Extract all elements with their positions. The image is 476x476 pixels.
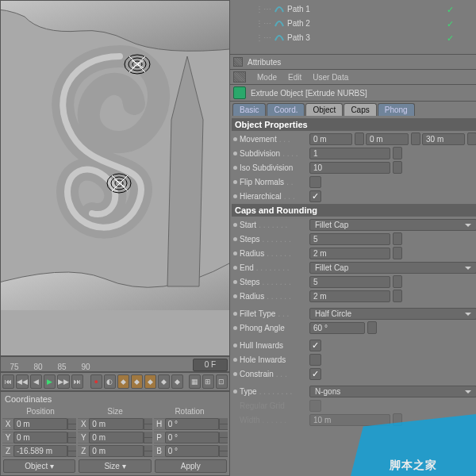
hierarchical-checkbox[interactable] <box>309 190 321 202</box>
attributes-title: Attributes <box>248 58 281 67</box>
tool3-btn[interactable]: ⊡ <box>216 374 228 389</box>
spinner[interactable] <box>355 132 364 145</box>
record-btn[interactable]: ● <box>90 374 102 389</box>
frame-75: 75 <box>2 363 26 371</box>
play-back-btn[interactable]: ◀ <box>30 374 42 389</box>
tab-object[interactable]: Object <box>305 103 343 116</box>
spinner[interactable] <box>393 247 402 259</box>
coordinates-panel: Coordinates Position Size Rotation X0 m … <box>0 391 230 476</box>
spinner[interactable] <box>393 290 402 302</box>
col-size: Size <box>78 407 152 416</box>
tool1-btn[interactable]: ▦ <box>189 374 201 389</box>
key-pla-btn[interactable]: ◆ <box>171 374 183 389</box>
movement-y-field[interactable]: 0 m <box>366 133 409 145</box>
visibility-check-icon[interactable]: ✓ <box>447 5 455 13</box>
key-param-btn[interactable]: ◆ <box>158 374 170 389</box>
timeline-ruler[interactable]: 75 80 85 90 0 F <box>0 356 230 372</box>
step-fwd-btn[interactable]: ▶▶ <box>57 374 70 389</box>
rot-h-field[interactable]: H0 ° <box>154 418 228 430</box>
fillet-type-dropdown[interactable]: Half Circle <box>309 308 476 320</box>
goto-end-btn[interactable]: ⏭ <box>71 374 83 389</box>
menu-mode[interactable]: Mode <box>257 73 277 82</box>
spinner[interactable] <box>393 232 402 245</box>
size-mode-dropdown[interactable]: Size ▾ <box>79 459 151 473</box>
tab-coord[interactable]: Coord. <box>267 103 305 116</box>
play-fwd-btn[interactable]: ▶ <box>44 374 56 389</box>
spinner[interactable] <box>467 132 476 145</box>
col-position: Position <box>3 407 78 416</box>
iso-subdivision-field[interactable]: 10 <box>309 162 390 174</box>
movement-x-field[interactable]: 0 m <box>309 133 352 145</box>
type-dropdown[interactable]: N-gons <box>309 386 476 397</box>
panel-grip-icon[interactable] <box>233 57 243 67</box>
start-cap-dropdown[interactable]: Fillet Cap <box>309 219 476 231</box>
object-heading: Extrude Object [Extrude NURBS] <box>230 85 476 102</box>
menu-grip-icon[interactable] <box>233 71 246 83</box>
phong-angle-field[interactable]: 60 ° <box>309 322 365 334</box>
steps1-field[interactable]: 5 <box>309 233 390 245</box>
viewport-3d[interactable] <box>0 0 230 356</box>
spline-icon <box>274 4 284 13</box>
hierarchy-item-path3[interactable]: ⋮⋯ Path 3 ✓ <box>232 30 476 44</box>
fillet-type-label: Fillet Type <box>240 309 275 318</box>
rot-b-field[interactable]: B0 ° <box>154 445 228 457</box>
col-rotation: Rotation <box>152 407 227 416</box>
steps2-field[interactable]: 5 <box>309 276 390 288</box>
key-position-btn[interactable]: ◆ <box>117 374 129 389</box>
apply-button[interactable]: Apply <box>155 459 227 473</box>
pos-x-field[interactable]: X0 m <box>2 418 76 430</box>
movement-z-field[interactable]: 30 m <box>422 133 465 145</box>
attribute-tabs: Basic Coord. Object Caps Phong <box>230 102 476 116</box>
step-back-btn[interactable]: ◀◀ <box>16 374 29 389</box>
iso-subdivision-label: Iso Subdivision <box>240 163 293 172</box>
menu-edit[interactable]: Edit <box>288 73 301 82</box>
rot-p-field[interactable]: P0 ° <box>154 432 228 443</box>
hull-inwards-checkbox[interactable] <box>309 340 321 351</box>
size-x-field[interactable]: X0 m <box>78 418 152 430</box>
radius1-field[interactable]: 2 m <box>309 248 390 259</box>
size-z-field[interactable]: Z0 m <box>78 445 152 457</box>
subdivision-field[interactable]: 1 <box>309 148 390 159</box>
end-cap-dropdown[interactable]: Fillet Cap <box>309 262 476 274</box>
hierarchy-item-path1[interactable]: ⋮⋯ Path 1 ✓ <box>232 2 476 16</box>
frame-85: 85 <box>50 363 74 371</box>
spinner[interactable] <box>367 321 377 334</box>
key-scale-btn[interactable]: ◆ <box>131 374 143 389</box>
constrain-label: Constrain <box>240 370 274 378</box>
tab-basic[interactable]: Basic <box>232 103 266 116</box>
pos-z-field[interactable]: Z-16.589 m <box>2 445 76 457</box>
section-caps-rounding: Caps and Rounding <box>232 204 476 217</box>
size-y-field[interactable]: Y0 m <box>78 432 152 443</box>
tab-phong[interactable]: Phong <box>378 103 415 116</box>
extrude-icon <box>233 86 246 99</box>
autokey-btn[interactable]: ◐ <box>104 374 116 389</box>
visibility-check-icon[interactable]: ✓ <box>447 19 455 27</box>
spinner[interactable] <box>393 147 402 159</box>
spinner[interactable] <box>393 161 402 174</box>
playback-toolbar: ⏮ ◀◀ ◀ ▶ ▶▶ ⏭ ● ◐ ◆ ◆ ◆ ◆ ◆ ▦ ⊞ ⊡ <box>0 372 230 391</box>
phong-angle-label: Phong Angle <box>240 324 285 332</box>
hierarchy-item-path2[interactable]: ⋮⋯ Path 2 ✓ <box>232 16 476 30</box>
menu-userdata[interactable]: User Data <box>313 73 348 82</box>
tool2-btn[interactable]: ⊞ <box>202 374 214 389</box>
flip-normals-checkbox[interactable] <box>309 176 321 188</box>
hierarchy-item-label: Path 2 <box>287 19 310 28</box>
radius2-field[interactable]: 2 m <box>309 290 390 302</box>
tab-caps[interactable]: Caps <box>344 103 376 116</box>
hole-inwards-checkbox[interactable] <box>309 354 321 366</box>
regular-grid-label: Regular Grid <box>240 401 285 410</box>
goto-start-btn[interactable]: ⏮ <box>2 374 14 389</box>
pos-y-field[interactable]: Y0 m <box>2 432 76 443</box>
frame-field[interactable]: 0 F <box>193 359 228 371</box>
object-manager[interactable]: ⋮⋯ Path 1 ✓ ⋮⋯ Path 2 ✓ ⋮⋯ Path 3 ✓ <box>230 0 476 55</box>
regular-grid-checkbox <box>309 400 321 412</box>
spinner[interactable] <box>411 132 420 145</box>
coord-mode-dropdown[interactable]: Object ▾ <box>3 459 75 473</box>
steps1-label: Steps <box>240 235 260 244</box>
spinner[interactable] <box>393 275 402 288</box>
constrain-checkbox[interactable] <box>309 368 321 380</box>
visibility-check-icon[interactable]: ✓ <box>447 33 455 41</box>
key-rotation-btn[interactable]: ◆ <box>144 374 156 389</box>
spline-icon <box>274 33 284 42</box>
hierarchy-item-label: Path 1 <box>287 5 310 13</box>
